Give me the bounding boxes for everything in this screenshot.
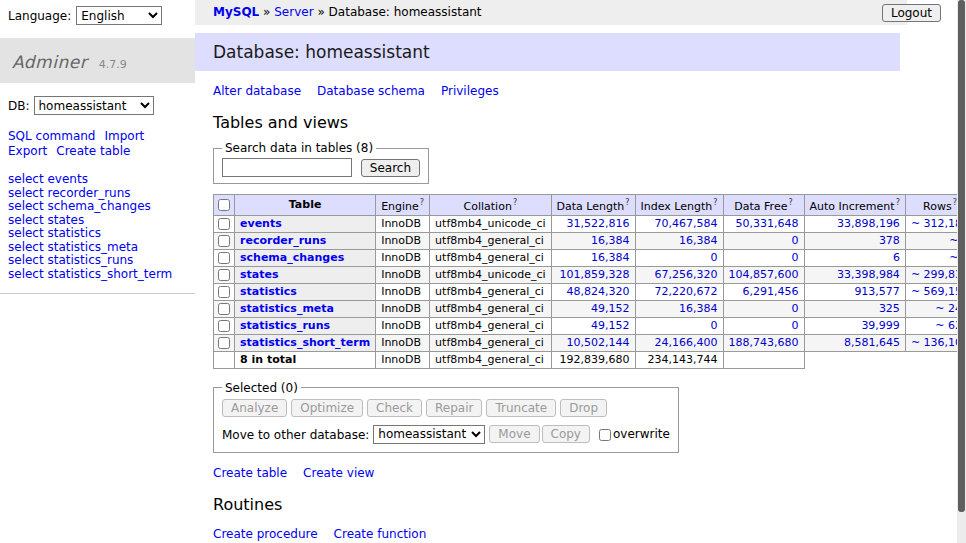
scrollbar[interactable] — [957, 0, 966, 543]
total-index-length-cell: 234,143,744 — [635, 351, 723, 368]
sidebar-table-link[interactable]: statistics — [47, 226, 101, 240]
help-icon[interactable]: ? — [420, 198, 424, 207]
sidebar-action-link[interactable]: Create table — [56, 144, 130, 158]
collation-cell: utf8mb4_unicode_ci — [430, 266, 551, 283]
selected-action-button[interactable]: Optimize — [291, 399, 363, 417]
data-free-cell: 50,331,648 — [723, 215, 804, 232]
auto-increment-cell: 913,577 — [804, 283, 905, 300]
selected-action-button[interactable]: Check — [367, 399, 422, 417]
data-length-cell: 10,502,144 — [551, 334, 635, 351]
language-bar: Language:English — [0, 0, 195, 30]
data-free-cell: 188,743,680 — [723, 334, 804, 351]
table-link[interactable]: statistics — [240, 285, 297, 298]
sidebar-table-link[interactable]: recorder_runs — [47, 186, 130, 200]
move-button[interactable]: Move — [489, 425, 539, 443]
sidebar-table-item: select schema_changes — [8, 200, 195, 214]
engine-cell: InnoDB — [376, 334, 430, 351]
breadcrumb-separator: » — [314, 5, 329, 19]
auto-increment-cell: 6 — [804, 249, 905, 266]
data-length-cell: 101,859,328 — [551, 266, 635, 283]
table-link[interactable]: recorder_runs — [240, 234, 326, 247]
db-selector: DB:homeassistant — [0, 83, 195, 119]
row-checkbox[interactable] — [218, 235, 230, 247]
table-select-link[interactable]: select — [8, 226, 44, 240]
table-select-link[interactable]: select — [8, 199, 44, 213]
search-legend: Search data in tables (8) — [222, 141, 376, 155]
sidebar-table-item: select statistics_meta — [8, 241, 195, 255]
sidebar-table-link[interactable]: statistics_short_term — [47, 267, 172, 281]
sidebar-action-link[interactable]: Export — [8, 144, 47, 158]
db-links-item[interactable]: Privileges — [441, 84, 499, 98]
db-links-item[interactable]: Database schema — [317, 84, 425, 98]
table-row: eventsInnoDButf8mb4_unicode_ci31,522,816… — [214, 215, 966, 232]
help-icon[interactable]: ? — [513, 198, 517, 207]
table-link[interactable]: schema_changes — [240, 251, 344, 264]
app-version[interactable]: 4.7.9 — [99, 58, 127, 71]
sidebar-action-link[interactable]: Import — [104, 129, 144, 143]
total-row: 8 in totalInnoDButf8mb4_general_ci192,83… — [214, 351, 966, 368]
sidebar-action-link[interactable]: SQL command — [8, 129, 95, 143]
db-select[interactable]: homeassistant — [34, 96, 154, 115]
table-link[interactable]: events — [240, 217, 282, 230]
create-links-item[interactable]: Create table — [213, 466, 287, 480]
overwrite-checkbox[interactable] — [599, 429, 611, 441]
selected-action-button[interactable]: Drop — [560, 399, 607, 417]
breadcrumb-link[interactable]: MySQL — [213, 5, 259, 19]
table-select-link[interactable]: select — [8, 213, 44, 227]
sidebar-table-link[interactable]: schema_changes — [47, 199, 150, 213]
table-select-link[interactable]: select — [8, 240, 44, 254]
routine-links-item[interactable]: Create procedure — [213, 527, 318, 541]
selected-action-button[interactable]: Truncate — [486, 399, 556, 417]
sidebar: Language:English Adminer 4.7.9 DB:homeas… — [0, 0, 195, 543]
selected-legend: Selected (0) — [222, 381, 301, 395]
create-links: Create tableCreate view — [213, 466, 957, 480]
row-checkbox[interactable] — [218, 218, 230, 230]
table-link[interactable]: statistics_runs — [240, 319, 330, 332]
tables-table: TableEngine?Collation?Data Length?Index … — [213, 194, 966, 369]
help-icon[interactable]: ? — [788, 198, 792, 207]
language-label: Language: — [8, 9, 71, 23]
auto-increment-cell: 33,898,196 — [804, 215, 905, 232]
table-select-link[interactable]: select — [8, 267, 44, 281]
table-select-link[interactable]: select — [8, 186, 44, 200]
sidebar-table-item: select statistics — [8, 227, 195, 241]
row-checkbox[interactable] — [218, 320, 230, 332]
total-label-cell: 8 in total — [235, 351, 376, 368]
language-select[interactable]: English — [76, 6, 162, 25]
row-checkbox[interactable] — [218, 269, 230, 281]
search-button[interactable]: Search — [361, 159, 420, 177]
help-icon[interactable]: ? — [896, 198, 900, 207]
help-icon[interactable]: ? — [713, 198, 717, 207]
row-checkbox[interactable] — [218, 286, 230, 298]
move-db-select[interactable]: homeassistant — [373, 425, 485, 444]
selected-action-button[interactable]: Analyze — [222, 399, 287, 417]
table-select-link[interactable]: select — [8, 172, 44, 186]
db-links-item[interactable]: Alter database — [213, 84, 301, 98]
sidebar-tables: select eventsselect recorder_runsselect … — [0, 173, 195, 294]
sidebar-table-link[interactable]: statistics_runs — [47, 253, 133, 267]
row-checkbox[interactable] — [218, 303, 230, 315]
selected-action-button[interactable]: Repair — [426, 399, 482, 417]
logout-button[interactable]: Logout — [882, 4, 941, 22]
help-icon[interactable]: ? — [625, 198, 629, 207]
content: Alter databaseDatabase schemaPrivileges … — [195, 84, 957, 543]
table-link[interactable]: statistics_meta — [240, 302, 334, 315]
table-header-row: TableEngine?Collation?Data Length?Index … — [214, 195, 966, 216]
select-all-checkbox[interactable] — [218, 199, 230, 211]
data-free-cell: 0 — [723, 249, 804, 266]
sidebar-table-link[interactable]: events — [47, 172, 87, 186]
scrollbar-thumb[interactable] — [958, 0, 965, 512]
search-input[interactable] — [222, 158, 352, 177]
row-checkbox[interactable] — [218, 252, 230, 264]
breadcrumb-link[interactable]: Server — [274, 5, 313, 19]
table-link[interactable]: states — [240, 268, 279, 281]
copy-button[interactable]: Copy — [542, 425, 590, 443]
table-name-cell: statistics_short_term — [235, 334, 376, 351]
sidebar-table-link[interactable]: states — [47, 213, 84, 227]
routine-links-item[interactable]: Create function — [334, 527, 427, 541]
row-checkbox[interactable] — [218, 337, 230, 349]
sidebar-table-link[interactable]: statistics_meta — [47, 240, 138, 254]
table-select-link[interactable]: select — [8, 253, 44, 267]
create-links-item[interactable]: Create view — [303, 466, 374, 480]
table-link[interactable]: statistics_short_term — [240, 336, 370, 349]
